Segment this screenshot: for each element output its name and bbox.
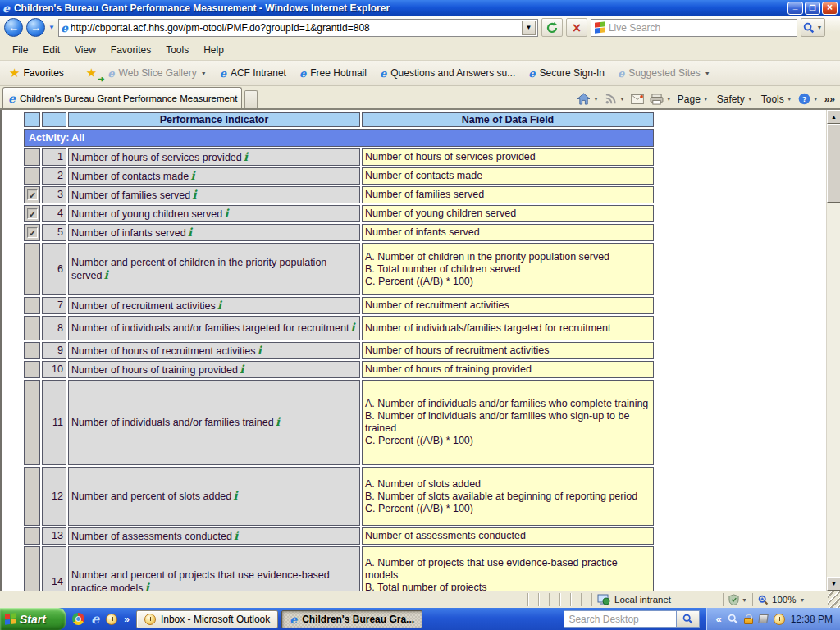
scroll-down-button[interactable]: [827, 577, 840, 591]
menu-help[interactable]: Help: [196, 42, 231, 58]
info-icon[interactable]: i: [231, 489, 237, 502]
help-dropdown-icon[interactable]: [813, 96, 819, 102]
task-button[interactable]: Children's Bureau Gra...: [281, 610, 422, 628]
chrome-icon[interactable]: [72, 613, 84, 625]
zone-label: Local intranet: [614, 595, 671, 605]
info-icon[interactable]: i: [189, 169, 194, 182]
live-search-input[interactable]: [609, 22, 793, 34]
privacy-panel[interactable]: [723, 593, 752, 606]
feeds-button[interactable]: [605, 93, 625, 105]
dropdown-icon[interactable]: [201, 71, 207, 76]
refresh-button[interactable]: [541, 18, 563, 37]
tray-misc-icon[interactable]: [758, 614, 769, 623]
add-to-favorites-button[interactable]: [82, 64, 101, 82]
forward-button[interactable]: [26, 18, 45, 37]
zoom-panel[interactable]: 100%: [752, 593, 828, 606]
command-page[interactable]: Page: [678, 94, 709, 105]
back-button[interactable]: [4, 18, 23, 37]
quicklaunch-overflow-icon[interactable]: [124, 614, 130, 625]
favorites-button[interactable]: Favorites: [5, 64, 68, 82]
menu-edit[interactable]: Edit: [35, 42, 67, 58]
scrollbar-thumb[interactable]: [827, 124, 840, 203]
tab-active[interactable]: Children's Bureau Grant Performance Meas…: [2, 87, 242, 108]
tab-favicon: [8, 93, 16, 104]
command-safety[interactable]: Safety: [717, 94, 753, 105]
tray-collapse-icon[interactable]: [715, 613, 721, 625]
desktop-search-button[interactable]: [677, 610, 700, 628]
zoom-magnifier-icon: [758, 595, 769, 605]
new-tab-button[interactable]: [244, 90, 258, 108]
stop-button[interactable]: [566, 18, 587, 37]
address-input[interactable]: [71, 22, 519, 34]
favorites-link[interactable]: Questions and Answers su...: [380, 67, 515, 79]
privacy-dropdown-icon[interactable]: [742, 597, 747, 603]
zoom-dropdown-icon[interactable]: [799, 597, 805, 603]
row-checkbox-checked[interactable]: [27, 189, 38, 200]
print-dropdown-icon[interactable]: [666, 96, 672, 102]
read-mail-button[interactable]: [631, 94, 644, 104]
info-icon[interactable]: i: [255, 344, 261, 357]
feeds-dropdown-icon[interactable]: [619, 96, 625, 102]
info-icon[interactable]: i: [190, 188, 196, 201]
menu-favorites[interactable]: Favorites: [103, 42, 158, 58]
info-icon[interactable]: i: [232, 529, 238, 542]
favorites-link[interactable]: ACF Intranet: [220, 67, 286, 79]
info-icon[interactable]: i: [349, 321, 354, 334]
info-icon[interactable]: i: [144, 581, 149, 591]
info-icon[interactable]: i: [216, 299, 221, 312]
menu-view[interactable]: View: [67, 42, 103, 58]
info-icon[interactable]: i: [238, 363, 244, 376]
info-icon[interactable]: i: [242, 150, 248, 163]
command-tools[interactable]: Tools: [761, 94, 792, 105]
close-button[interactable]: [822, 2, 838, 15]
performance-indicator-cell: Number of assessments conductedi: [68, 527, 360, 545]
info-icon[interactable]: i: [222, 207, 228, 220]
row-checkbox-checked[interactable]: [27, 227, 38, 238]
search-dropdown-icon[interactable]: [816, 25, 822, 30]
dropdown-icon[interactable]: [787, 96, 792, 102]
scroll-up-button[interactable]: [827, 110, 840, 124]
address-dropdown-button[interactable]: [522, 21, 536, 35]
menu-file[interactable]: File: [5, 42, 35, 58]
dropdown-icon[interactable]: [703, 96, 709, 102]
taskbar-clock: 12:38 PM: [791, 614, 833, 625]
ie-page-icon: [618, 68, 624, 79]
print-button[interactable]: [650, 94, 672, 105]
performance-indicator-cell: Number of families servedi: [68, 186, 360, 203]
menu-tools[interactable]: Tools: [158, 42, 196, 58]
task-button[interactable]: Inbox - Microsoft Outlook: [136, 610, 278, 628]
row-checkbox-checked[interactable]: [27, 208, 38, 219]
toolbar-overflow-icon[interactable]: »: [824, 94, 835, 105]
home-button[interactable]: [577, 93, 599, 105]
table-row: 2Number of contacts madeiNumber of conta…: [24, 167, 654, 185]
start-button[interactable]: Start: [0, 608, 66, 630]
dropdown-icon[interactable]: [705, 71, 710, 76]
resize-grip[interactable]: [828, 591, 840, 608]
magnifier-icon: [803, 22, 815, 34]
ie-quicklaunch-icon[interactable]: [91, 613, 99, 626]
status-segment: [549, 593, 559, 606]
favorites-link[interactable]: Suggested Sites: [618, 67, 710, 79]
minimize-button[interactable]: [788, 2, 803, 15]
help-button[interactable]: ?: [798, 93, 819, 105]
outlook-quicklaunch-icon[interactable]: [106, 614, 117, 625]
favorites-link[interactable]: Free Hotmail: [299, 67, 367, 79]
data-field-line: Number of families served: [365, 189, 651, 201]
info-icon[interactable]: i: [274, 415, 280, 428]
vertical-scrollbar[interactable]: [826, 110, 840, 591]
favorites-link[interactable]: Secure Sign-In: [528, 67, 605, 79]
status-segment: [538, 593, 549, 606]
restore-button[interactable]: [805, 2, 820, 15]
tray-search-icon[interactable]: [728, 614, 738, 624]
home-dropdown-icon[interactable]: [593, 96, 599, 102]
history-dropdown-icon[interactable]: [48, 24, 55, 31]
favorites-link[interactable]: Web Slice Gallery: [107, 67, 206, 79]
info-icon[interactable]: i: [186, 226, 192, 239]
info-icon[interactable]: i: [103, 268, 108, 281]
lock-icon[interactable]: [744, 618, 753, 624]
search-go-button[interactable]: [801, 18, 825, 37]
dropdown-icon[interactable]: [747, 96, 753, 102]
desktop-search-input[interactable]: [564, 610, 677, 628]
tray-outlook-icon[interactable]: [774, 614, 785, 625]
intranet-zone-icon: [597, 594, 610, 605]
